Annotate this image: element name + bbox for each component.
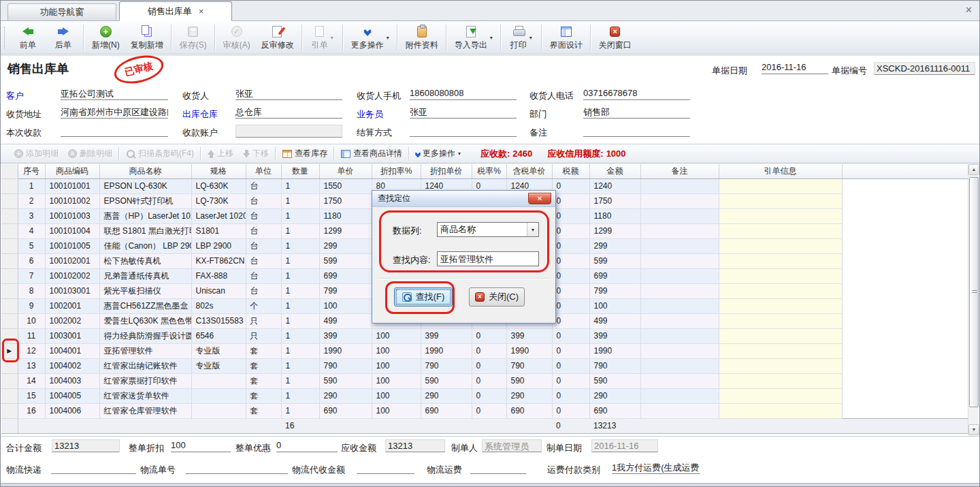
tab-close-icon[interactable]: × bbox=[199, 6, 204, 16]
grid-cell[interactable] bbox=[719, 283, 842, 298]
grid-cell[interactable]: 0 bbox=[552, 268, 589, 283]
dropdown-icon[interactable]: ▾ bbox=[387, 35, 389, 41]
grid-cell[interactable] bbox=[719, 178, 842, 193]
grid-cell[interactable]: 6546 bbox=[191, 328, 246, 343]
grid-cell[interactable]: 590 bbox=[506, 373, 552, 388]
grid-cell[interactable]: 1003001 bbox=[45, 328, 99, 343]
waybill-no-field[interactable] bbox=[186, 462, 288, 474]
grid-cell[interactable]: 0 bbox=[472, 328, 506, 343]
grid-cell[interactable]: 399 bbox=[421, 328, 472, 343]
table-row[interactable]: 111003001得力经典防滑握手设计圆6546只139910039903990… bbox=[1, 328, 969, 343]
dialog-titlebar[interactable]: 查找定位 ✕ bbox=[372, 191, 555, 207]
grid-cell[interactable]: 套 bbox=[246, 343, 281, 358]
grid-cell[interactable]: 100 bbox=[589, 298, 640, 313]
grid-cell[interactable]: 1 bbox=[281, 298, 319, 313]
grid-cell[interactable]: 0 bbox=[552, 253, 589, 268]
column-header[interactable]: 规格 bbox=[191, 164, 246, 178]
grid-cell[interactable]: 松下热敏传真机 bbox=[99, 253, 191, 268]
grid-cell[interactable]: C13S015583 bbox=[191, 313, 246, 328]
grid-cell[interactable]: 100101005 bbox=[45, 238, 99, 253]
grid-cell[interactable] bbox=[719, 193, 842, 208]
prev-order-button[interactable]: 前单 bbox=[10, 22, 46, 52]
grid-cell[interactable]: 0 bbox=[472, 343, 506, 358]
grid-cell[interactable]: 台 bbox=[246, 223, 281, 238]
more-operations-button[interactable]: 更多操作 ▾ bbox=[346, 22, 395, 52]
grid-cell[interactable]: 100 bbox=[372, 328, 421, 343]
table-row[interactable]: 131004002红管家出纳记账软件专业版套179010079007900790 bbox=[1, 358, 969, 373]
grid-cell[interactable]: 0 bbox=[472, 358, 506, 373]
unaudit-button[interactable]: 反审修改 bbox=[256, 22, 299, 52]
add-new-button[interactable]: 新增(N) bbox=[86, 22, 125, 52]
grid-cell[interactable]: 7 bbox=[18, 268, 45, 283]
grid-cell[interactable] bbox=[640, 253, 719, 268]
column-header[interactable]: 折扣单价 bbox=[421, 164, 472, 178]
column-header[interactable]: 税率% bbox=[472, 164, 506, 178]
grid-cell[interactable]: 590 bbox=[319, 373, 372, 388]
vertical-scrollbar[interactable]: ▲ ▼ bbox=[968, 164, 979, 435]
grid-cell[interactable]: 0 bbox=[552, 328, 589, 343]
grid-cell[interactable] bbox=[719, 388, 842, 403]
remark-field[interactable] bbox=[583, 125, 690, 137]
grid-cell[interactable] bbox=[719, 343, 842, 358]
grid-cell[interactable] bbox=[640, 373, 719, 388]
grid-cell[interactable]: 1004001 bbox=[45, 343, 99, 358]
grid-cell[interactable]: 惠普CH561ZZ黑色墨盒 bbox=[99, 298, 191, 313]
grid-cell[interactable]: 1 bbox=[281, 403, 319, 418]
logistics-express-field[interactable] bbox=[51, 462, 136, 474]
table-row[interactable]: 151004005红管家送货单软件套129010029002900290 bbox=[1, 388, 969, 403]
grid-cell[interactable]: 套 bbox=[246, 388, 281, 403]
grid-cell[interactable]: 499 bbox=[319, 313, 372, 328]
dialog-close-button[interactable]: ✕ bbox=[528, 193, 551, 204]
grid-cell[interactable] bbox=[719, 373, 842, 388]
grid-cell[interactable]: 290 bbox=[589, 388, 640, 403]
grid-cell[interactable]: 1 bbox=[281, 238, 319, 253]
grid-cell[interactable] bbox=[640, 193, 719, 208]
grid-cell[interactable]: 100 bbox=[319, 298, 372, 313]
grid-cell[interactable]: 3 bbox=[18, 208, 45, 223]
view-product-button[interactable]: 查看商品详情 bbox=[336, 146, 407, 162]
grid-cell[interactable]: 台 bbox=[246, 268, 281, 283]
grid-cell[interactable]: 399 bbox=[506, 328, 552, 343]
grid-cell[interactable]: 16 bbox=[18, 403, 45, 418]
grid-cell[interactable]: 799 bbox=[319, 283, 372, 298]
mobile-field[interactable]: 18608080808 bbox=[410, 88, 517, 100]
consignee-field[interactable]: 张亚 bbox=[235, 88, 342, 100]
grid-cell[interactable]: 0 bbox=[552, 388, 589, 403]
grid-cell[interactable]: 100 bbox=[372, 388, 421, 403]
grid-cell[interactable]: 100101004 bbox=[45, 223, 99, 238]
warehouse-field[interactable]: 总仓库 bbox=[235, 106, 342, 119]
phone-field[interactable]: 03716678678 bbox=[583, 88, 690, 100]
column-header[interactable]: 单位 bbox=[246, 164, 281, 178]
grid-cell[interactable]: EPSON LQ-630K bbox=[99, 178, 191, 193]
grid-cell[interactable] bbox=[719, 298, 842, 313]
grid-cell[interactable]: 个 bbox=[246, 298, 281, 313]
grid-cell[interactable]: 惠普（HP）LaserJet 1020 bbox=[99, 208, 191, 223]
search-content-input[interactable]: 亚拓管理软件 bbox=[437, 251, 539, 266]
grid-cell[interactable]: 套 bbox=[246, 403, 281, 418]
payment-field[interactable] bbox=[61, 125, 168, 137]
grid-cell[interactable]: 1550 bbox=[319, 178, 372, 193]
column-header[interactable]: 单价 bbox=[319, 164, 372, 178]
grid-cell[interactable]: 599 bbox=[319, 253, 372, 268]
grid-cell[interactable] bbox=[719, 313, 842, 328]
customer-field[interactable]: 亚拓公司测试 bbox=[61, 88, 168, 100]
grid-cell[interactable] bbox=[191, 373, 246, 388]
grid-cell[interactable]: 11 bbox=[18, 328, 45, 343]
grid-cell[interactable] bbox=[640, 328, 719, 343]
grid-cell[interactable]: 0 bbox=[552, 208, 589, 223]
grid-cell[interactable]: 2 bbox=[18, 193, 45, 208]
attachments-button[interactable]: 附件资料 bbox=[400, 22, 444, 52]
grid-cell[interactable]: 5 bbox=[18, 238, 45, 253]
grid-cell[interactable]: 专业版 bbox=[191, 358, 246, 373]
grid-cell[interactable]: S1801 bbox=[191, 223, 246, 238]
grid-cell[interactable]: 紫光平板扫描仪 bbox=[99, 283, 191, 298]
grid-cell[interactable]: 100 bbox=[372, 343, 421, 358]
grid-cell[interactable]: LQ-730K bbox=[191, 193, 246, 208]
grid-cell[interactable] bbox=[719, 253, 842, 268]
grid-cell[interactable]: 0 bbox=[472, 373, 506, 388]
grid-cell[interactable] bbox=[640, 298, 719, 313]
column-header[interactable]: 含税单价 bbox=[506, 164, 552, 178]
dropdown-icon[interactable]: ▾ bbox=[458, 151, 461, 157]
grid-cell[interactable]: 台 bbox=[246, 208, 281, 223]
grid-cell[interactable] bbox=[191, 388, 246, 403]
